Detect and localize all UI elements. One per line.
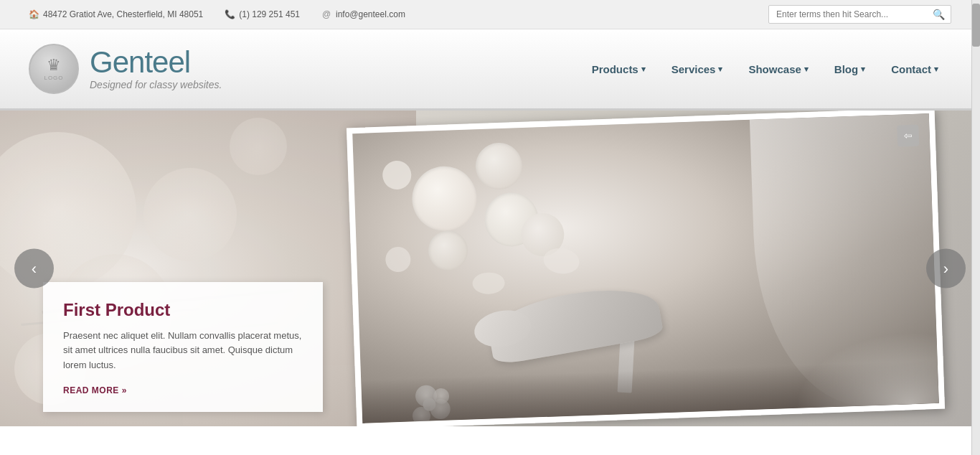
rose-1 — [411, 165, 478, 232]
scrollbar[interactable] — [971, 0, 980, 426]
petal-2 — [382, 244, 414, 276]
logo-area: ♛ LOGO Genteel Designed for classy websi… — [29, 44, 222, 94]
content-card: First Product Praesent nec aliquet elit.… — [43, 282, 323, 412]
email-icon: @ — [321, 9, 331, 19]
nav-item-contact[interactable]: Contact ▾ — [878, 57, 951, 81]
topbar-phone: 📞 (1) 129 251 451 — [225, 9, 300, 19]
nav-contact-label: Contact — [891, 63, 931, 75]
rose-decoration-3 — [143, 168, 237, 261]
nav-item-blog[interactable]: Blog ▾ — [821, 57, 878, 81]
nav-showcase-label: Showcase — [748, 63, 801, 75]
nav-blog-label: Blog — [834, 63, 858, 75]
chevron-down-icon: ▾ — [641, 65, 646, 74]
nav-item-showcase[interactable]: Showcase ▾ — [735, 57, 821, 81]
slider-next-button[interactable]: › — [926, 249, 966, 289]
phone-text: (1) 129 251 451 — [239, 9, 300, 19]
chevron-left-icon: ‹ — [32, 259, 37, 278]
chevron-down-icon: ▾ — [718, 65, 722, 74]
email-text: info@genteel.com — [336, 9, 405, 19]
chevron-down-icon: ▾ — [861, 65, 865, 74]
search-box[interactable]: 🔍 — [768, 5, 951, 24]
slider-prev-button[interactable]: ‹ — [14, 249, 54, 289]
topbar-contact-info: 🏠 48472 Gratiot Ave, Chesterfield, MI 48… — [29, 9, 405, 19]
chevron-down-icon: ▾ — [934, 65, 938, 74]
nav-item-services[interactable]: Services ▾ — [659, 57, 736, 81]
hero-slider: ⇦ ‹ › First Product Praesent nec aliquet… — [0, 111, 980, 426]
nav-services-label: Services — [672, 63, 716, 75]
header: ♛ LOGO Genteel Designed for classy websi… — [0, 29, 980, 111]
lace-corner — [793, 332, 938, 408]
phone-icon: 📞 — [225, 9, 235, 19]
chevron-right-icon: › — [943, 259, 948, 278]
rose-4 — [428, 230, 468, 271]
content-card-title: First Product — [63, 300, 303, 320]
logo-circle: ♛ LOGO — [29, 44, 79, 94]
main-nav: Products ▾ Services ▾ Showcase ▾ Blog ▾ … — [579, 57, 951, 81]
topbar-email: @ info@genteel.com — [321, 9, 405, 19]
brand-info: Genteel Designed for classy websites. — [90, 47, 222, 90]
topbar: 🏠 48472 Gratiot Ave, Chesterfield, MI 48… — [0, 0, 980, 29]
nav-products-label: Products — [592, 63, 639, 75]
content-card-body: Praesent nec aliquet elit. Nullam conval… — [63, 329, 303, 373]
crown-icon: ♛ — [47, 57, 61, 73]
brand-name: Genteel — [90, 47, 222, 78]
chevron-down-icon: ▾ — [804, 65, 809, 74]
rose-decoration-5 — [230, 118, 287, 175]
search-input[interactable] — [769, 6, 927, 22]
petal-1 — [379, 157, 415, 193]
hero-photo-inner — [352, 113, 939, 423]
address-text: 48472 Gratiot Ave, Chesterfield, MI 4805… — [43, 9, 203, 19]
rose-3 — [475, 142, 523, 190]
logo-label: LOGO — [44, 75, 63, 81]
scrollbar-thumb[interactable] — [972, 4, 980, 47]
home-icon: 🏠 — [29, 9, 39, 19]
read-more-link[interactable]: READ MORE » — [63, 385, 127, 395]
hero-photo: ⇦ — [347, 111, 945, 426]
brand-tagline: Designed for classy websites. — [90, 79, 222, 90]
topbar-address: 🏠 48472 Gratiot Ave, Chesterfield, MI 48… — [29, 9, 203, 19]
search-button[interactable]: 🔍 — [927, 6, 951, 23]
share-icon[interactable]: ⇦ — [897, 125, 919, 147]
nav-item-products[interactable]: Products ▾ — [579, 57, 659, 81]
